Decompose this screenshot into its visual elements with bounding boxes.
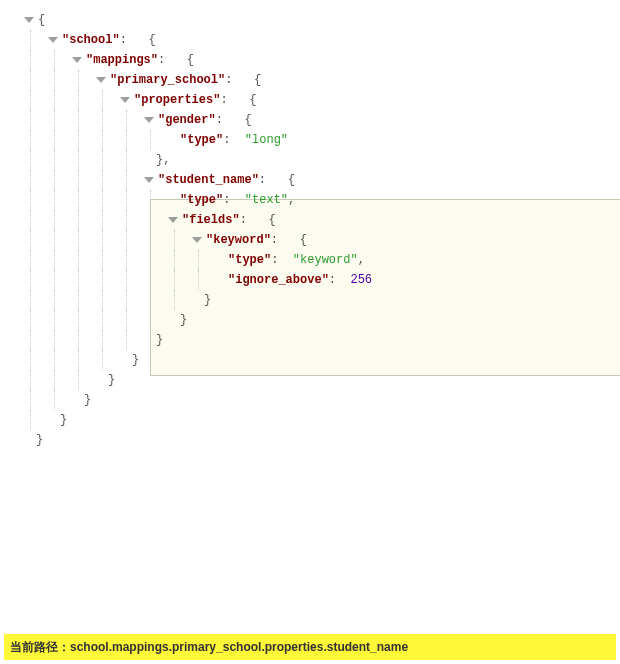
status-label: 当前路径：	[10, 640, 70, 654]
value-text: text	[252, 193, 281, 207]
svg-marker-9	[192, 237, 202, 243]
tree-row[interactable]: "type": "text",	[6, 190, 620, 210]
chevron-down-icon[interactable]	[22, 13, 36, 27]
json-value: "text"	[245, 190, 288, 210]
open-brace: {	[38, 10, 45, 30]
value-text: long	[252, 133, 281, 147]
close-brace: },	[156, 150, 170, 170]
key-text: school	[69, 33, 112, 47]
chevron-down-icon[interactable]	[118, 93, 132, 107]
chevron-down-icon[interactable]	[142, 113, 156, 127]
tree-row: }	[6, 370, 620, 390]
key-text: fields	[189, 213, 232, 227]
tree-row[interactable]: "type": "keyword",	[6, 250, 620, 270]
key-text: student_name	[165, 173, 251, 187]
tree-row[interactable]: "keyword": {	[6, 230, 620, 250]
tree-row: }	[6, 290, 620, 310]
json-key: "student_name"	[158, 170, 259, 190]
chevron-down-icon[interactable]	[94, 73, 108, 87]
svg-marker-1	[24, 17, 34, 23]
json-value: 256	[350, 270, 372, 290]
json-key: "gender"	[158, 110, 216, 130]
key-text: type	[235, 253, 264, 267]
close-brace: }	[36, 430, 43, 450]
tree-row: }	[6, 350, 620, 370]
close-brace: }	[204, 290, 211, 310]
json-key: "school"	[62, 30, 120, 50]
svg-marker-3	[72, 57, 82, 63]
close-brace: }	[60, 410, 67, 430]
key-text: keyword	[213, 233, 263, 247]
json-key: "type"	[228, 250, 271, 270]
close-brace: }	[108, 370, 115, 390]
json-key: "ignore_above"	[228, 270, 329, 290]
tree-row: {	[6, 10, 620, 30]
close-brace: }	[132, 350, 139, 370]
close-brace: }	[180, 310, 187, 330]
tree-row: },	[6, 150, 620, 170]
svg-marker-4	[96, 77, 106, 83]
tree-row[interactable]: "school": {	[6, 30, 620, 50]
svg-marker-8	[168, 217, 178, 223]
svg-marker-2	[48, 37, 58, 43]
value-text: keyword	[300, 253, 350, 267]
status-bar: 当前路径：school.mappings.primary_school.prop…	[4, 634, 616, 660]
json-key: "type"	[180, 190, 223, 210]
key-text: mappings	[93, 53, 151, 67]
json-key: "keyword"	[206, 230, 271, 250]
tree-row-highlighted[interactable]: "student_name": {	[6, 170, 620, 190]
tree-row[interactable]: "properties": {	[6, 90, 620, 110]
svg-marker-7	[144, 177, 154, 183]
tree-row: }	[6, 330, 620, 350]
json-value: "long"	[245, 130, 288, 150]
tree-row: }	[6, 310, 620, 330]
close-brace: }	[84, 390, 91, 410]
json-value: "keyword"	[293, 250, 358, 270]
chevron-down-icon[interactable]	[46, 33, 60, 47]
tree-row[interactable]: "primary_school": {	[6, 70, 620, 90]
key-text: primary_school	[117, 73, 218, 87]
key-text: ignore_above	[235, 273, 321, 287]
json-key: "mappings"	[86, 50, 158, 70]
key-text: properties	[141, 93, 213, 107]
chevron-down-icon[interactable]	[70, 53, 84, 67]
tree-row[interactable]: "fields": {	[6, 210, 620, 230]
json-tree: { "school": { "mappings": { "primary_sch…	[0, 0, 620, 450]
chevron-down-icon[interactable]	[166, 213, 180, 227]
chevron-down-icon[interactable]	[142, 173, 156, 187]
json-key: "fields"	[182, 210, 240, 230]
json-key: "type"	[180, 130, 223, 150]
status-path: school.mappings.primary_school.propertie…	[70, 640, 408, 654]
tree-row: }	[6, 390, 620, 410]
chevron-down-icon[interactable]	[190, 233, 204, 247]
svg-marker-5	[120, 97, 130, 103]
json-key: "properties"	[134, 90, 220, 110]
tree-row[interactable]: "mappings": {	[6, 50, 620, 70]
tree-row[interactable]: "gender": {	[6, 110, 620, 130]
tree-row: }	[6, 430, 620, 450]
key-text: gender	[165, 113, 208, 127]
close-brace: }	[156, 330, 163, 350]
tree-row: }	[6, 410, 620, 430]
svg-marker-6	[144, 117, 154, 123]
tree-row[interactable]: "ignore_above": 256	[6, 270, 620, 290]
json-key: "primary_school"	[110, 70, 225, 90]
key-text: type	[187, 133, 216, 147]
tree-row[interactable]: "type": "long"	[6, 130, 620, 150]
key-text: type	[187, 193, 216, 207]
